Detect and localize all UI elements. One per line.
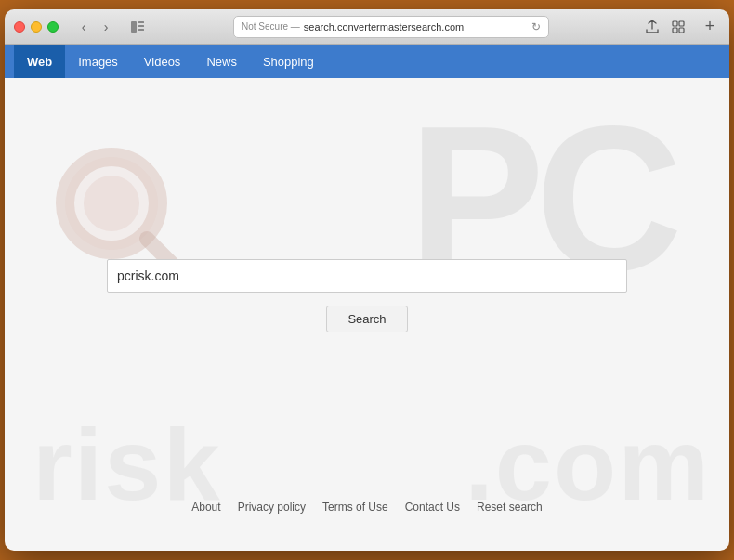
svg-rect-1 [138, 21, 144, 23]
contact-us-link[interactable]: Contact Us [405, 501, 460, 514]
svg-rect-6 [673, 28, 677, 33]
svg-point-9 [84, 176, 139, 231]
forward-button[interactable]: › [96, 17, 116, 37]
svg-rect-7 [679, 28, 684, 33]
svg-rect-4 [673, 21, 677, 26]
terms-of-use-link[interactable]: Terms of Use [322, 501, 388, 514]
reader-button[interactable] [127, 17, 148, 37]
url-text: search.convertermastersearch.com [304, 21, 464, 33]
share-button[interactable] [642, 17, 662, 37]
tabbar: Web Images Videos News Shopping [5, 45, 729, 78]
back-button[interactable]: ‹ [73, 17, 94, 37]
about-link[interactable]: About [191, 501, 220, 514]
tab-videos[interactable]: Videos [131, 45, 194, 78]
svg-rect-5 [679, 21, 684, 26]
footer-links: About Privacy policy Terms of Use Contac… [5, 501, 729, 514]
nav-arrows: ‹ › [73, 17, 116, 37]
reload-button[interactable]: ↻ [531, 20, 541, 33]
minimize-button[interactable] [31, 21, 42, 33]
tab-shopping[interactable]: Shopping [250, 45, 327, 78]
titlebar: ‹ › Not Secure — search.convertermasters… [5, 9, 729, 45]
svg-rect-3 [138, 29, 144, 31]
browser-window: ‹ › Not Secure — search.convertermasters… [5, 9, 729, 551]
tab-web[interactable]: Web [14, 45, 65, 78]
address-bar-wrap: Not Secure — search.convertermastersearc… [155, 16, 627, 38]
privacy-policy-link[interactable]: Privacy policy [238, 501, 306, 514]
svg-rect-0 [131, 21, 137, 33]
toolbar-right [642, 17, 688, 37]
search-form: Search [107, 259, 627, 332]
tab-images[interactable]: Images [65, 45, 131, 78]
maximize-button[interactable] [47, 21, 59, 33]
new-tab-button[interactable]: + [700, 17, 720, 37]
search-input[interactable] [107, 259, 627, 293]
page-content: PC risk .com Search About Privacy policy… [5, 78, 729, 551]
svg-point-8 [65, 157, 158, 250]
tab-overview-button[interactable] [668, 17, 688, 37]
search-input-wrap [107, 259, 627, 293]
reset-search-link[interactable]: Reset search [477, 501, 543, 514]
tab-news[interactable]: News [193, 45, 250, 78]
svg-rect-2 [138, 25, 144, 27]
not-secure-label: Not Secure — [242, 21, 300, 32]
traffic-lights [14, 21, 59, 33]
address-bar[interactable]: Not Secure — search.convertermastersearc… [233, 16, 549, 38]
search-button[interactable]: Search [326, 306, 407, 332]
close-button[interactable] [14, 21, 25, 33]
